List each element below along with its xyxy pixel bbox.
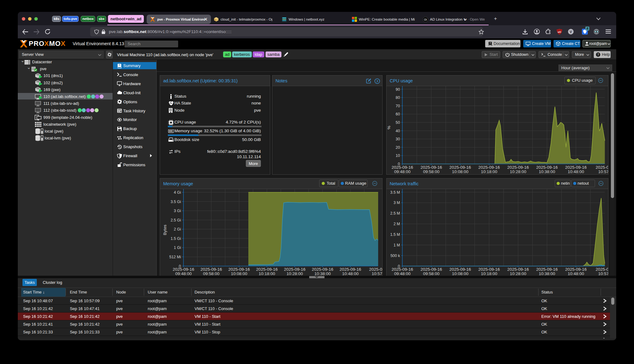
svg-text:%: % (387, 126, 391, 129)
svg-text:10:57: 10:57 (598, 169, 608, 174)
svg-text:2025-09-16: 2025-09-16 (173, 267, 194, 272)
svg-text:10:28:00: 10:28:00 (510, 169, 526, 174)
svg-text:2025-09-16: 2025-09-16 (421, 165, 442, 170)
svg-text:2025-09-16: 2025-09-16 (565, 267, 587, 272)
svg-text:2025-09-16: 2025-09-16 (536, 267, 558, 272)
svg-text:10:18:00: 10:18:00 (259, 271, 275, 276)
svg-text:1.5 M: 1.5 M (390, 232, 400, 237)
svg-text:uO: uO (558, 31, 561, 33)
svg-text:3 M: 3 M (393, 201, 400, 205)
svg-text:09:48:00: 09:48:00 (175, 271, 192, 276)
svg-text:10:08:00: 10:08:00 (452, 169, 469, 174)
svg-text:2025-09-16: 2025-09-16 (284, 267, 305, 272)
svg-text:10:48:00: 10:48:00 (342, 271, 359, 276)
svg-text:Bytes: Bytes (163, 225, 167, 235)
svg-text:50: 50 (396, 120, 400, 125)
svg-text:10:38:00: 10:38:00 (539, 271, 555, 276)
svg-text:10: 10 (396, 153, 400, 158)
svg-text:30: 30 (396, 137, 400, 141)
svg-text:2025-0: 2025-0 (596, 267, 608, 272)
svg-text:2.5 M: 2.5 M (390, 211, 400, 216)
svg-text:10:48:00: 10:48:00 (568, 169, 584, 174)
svg-text:2025-09-16: 2025-09-16 (339, 267, 361, 272)
svg-text:2025-09-16: 2025-09-16 (256, 267, 278, 272)
svg-text:09:48:00: 09:48:00 (394, 169, 411, 174)
svg-text:10:08:00: 10:08:00 (231, 271, 247, 276)
svg-text:?: ? (597, 53, 599, 56)
svg-text:2025-09-16: 2025-09-16 (421, 267, 442, 272)
svg-text:10:57: 10:57 (372, 271, 382, 276)
svg-text:1.5 Gi: 1.5 Gi (171, 236, 181, 241)
svg-text:10:57: 10:57 (598, 271, 608, 276)
svg-text:OI: OI (424, 18, 427, 21)
svg-text:10:28:00: 10:28:00 (510, 271, 526, 276)
svg-text:09:48:00: 09:48:00 (394, 271, 411, 276)
svg-text:40: 40 (396, 129, 400, 133)
svg-text:70: 70 (396, 104, 400, 108)
svg-text:2 Gi: 2 Gi (174, 227, 181, 231)
svg-text:10:48:00: 10:48:00 (568, 271, 584, 276)
svg-text:10:18:00: 10:18:00 (481, 169, 497, 174)
svg-text:2025-0: 2025-0 (596, 165, 608, 170)
svg-text:10:18:00: 10:18:00 (481, 271, 497, 276)
svg-text:20: 20 (396, 145, 400, 150)
svg-text:2025-09-16: 2025-09-16 (449, 267, 471, 272)
svg-text:10:08:00: 10:08:00 (452, 271, 469, 276)
svg-text:10:38:00: 10:38:00 (539, 169, 555, 174)
svg-text:3.5 M: 3.5 M (390, 190, 400, 195)
svg-text:90: 90 (396, 87, 400, 92)
svg-text:V: V (570, 30, 572, 34)
svg-text:2025-0: 2025-0 (369, 267, 382, 272)
svg-text:2025-09-16: 2025-09-16 (392, 267, 413, 272)
svg-text:2025-09-16: 2025-09-16 (312, 267, 333, 272)
svg-text:2025-09-16: 2025-09-16 (449, 165, 471, 170)
svg-text:512 Mi: 512 Mi (169, 255, 181, 259)
svg-text:2.5 Gi: 2.5 Gi (171, 218, 181, 222)
svg-text:10:38:00: 10:38:00 (314, 271, 331, 276)
svg-text:2025-09-16: 2025-09-16 (392, 165, 413, 170)
svg-text:09:58:00: 09:58:00 (423, 169, 440, 174)
svg-text:2025-09-16: 2025-09-16 (507, 165, 529, 170)
svg-text:2025-09-16: 2025-09-16 (228, 267, 250, 272)
svg-text:2025-09-16: 2025-09-16 (478, 267, 500, 272)
svg-text:2025-09-16: 2025-09-16 (565, 165, 587, 170)
svg-text:60: 60 (396, 112, 400, 116)
svg-text:4 Gi: 4 Gi (174, 190, 181, 195)
svg-text:1 M: 1 M (393, 243, 400, 247)
svg-text:3.5 Gi: 3.5 Gi (171, 200, 181, 204)
svg-text:500 k: 500 k (390, 254, 400, 258)
svg-text:09:58:00: 09:58:00 (203, 271, 220, 276)
svg-text:3 Gi: 3 Gi (174, 209, 181, 213)
svg-text:2025-09-16: 2025-09-16 (507, 267, 529, 272)
svg-text:1 Gi: 1 Gi (174, 245, 181, 250)
svg-text:80: 80 (396, 95, 400, 100)
svg-text:10:28:00: 10:28:00 (286, 271, 303, 276)
svg-text:2025-09-16: 2025-09-16 (536, 165, 558, 170)
svg-text:09:58:00: 09:58:00 (423, 271, 440, 276)
svg-text:2 M: 2 M (393, 222, 400, 226)
svg-text:2025-09-16: 2025-09-16 (478, 165, 500, 170)
svg-text:2025-09-16: 2025-09-16 (201, 267, 222, 272)
